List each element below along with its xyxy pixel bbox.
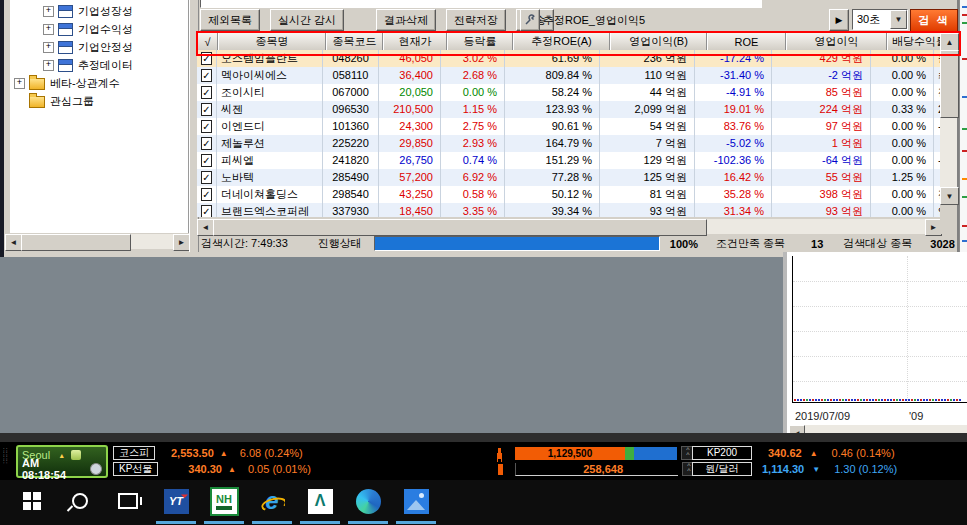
- taskbar-edge-button[interactable]: [346, 480, 390, 522]
- chart-plot-area: [787, 256, 967, 406]
- checkbox-checked-icon[interactable]: ✓: [201, 120, 211, 133]
- chart-data-mark: [803, 399, 805, 401]
- play-button[interactable]: ▶: [829, 9, 849, 31]
- edge-quote-mark: [962, 6, 967, 8]
- cell-rate: 6.92 %: [441, 169, 505, 186]
- column-header-0[interactable]: √: [197, 33, 218, 50]
- checkbox-checked-icon[interactable]: ✓: [201, 86, 211, 99]
- vscroll-up-icon[interactable]: ▲: [940, 33, 959, 51]
- sidebar-item-4[interactable]: +베타-상관계수: [14, 75, 120, 92]
- column-header-1[interactable]: 종목명: [218, 33, 326, 50]
- toolbar-button-1[interactable]: 실시간 감시: [270, 9, 344, 31]
- edge-quote-mark: [962, 58, 967, 60]
- chart-data-mark: [956, 399, 958, 401]
- chart-data-mark: [917, 399, 919, 401]
- hscroll-left-icon[interactable]: ◄: [197, 219, 214, 236]
- taskbar-task-view-button[interactable]: [106, 480, 150, 522]
- cell-roe: 35.28 %: [695, 186, 772, 203]
- sidebar-item-0[interactable]: +기업성장성: [43, 3, 133, 20]
- checkbox-checked-icon[interactable]: ✓: [201, 188, 211, 201]
- cell-code: 096530: [323, 101, 379, 118]
- search-button[interactable]: 검 색: [910, 9, 958, 32]
- checkbox-checked-icon[interactable]: ✓: [201, 205, 211, 217]
- taskbar-lambda-app-button[interactable]: Λ: [298, 480, 342, 522]
- tree-hscroll-right-icon[interactable]: ►: [173, 234, 190, 251]
- sidebar-item-1[interactable]: +기업수익성: [43, 21, 133, 38]
- tree-hscrollbar[interactable]: ◄ ►: [5, 234, 188, 249]
- toolbar-button-2[interactable]: 결과삭제: [376, 9, 436, 31]
- chart-data-mark: [806, 399, 808, 401]
- table-row[interactable]: ✓제놀루션22522029,8502.93 %164.79 %7 억원-5.02…: [197, 135, 940, 152]
- taskbar-nh-app-button[interactable]: NH: [202, 480, 246, 522]
- cell-div: 0.00 %: [871, 135, 934, 152]
- ticker-grip-handle[interactable]: ∷∷∷∷: [3, 448, 9, 472]
- column-header-6[interactable]: 영업이익(B): [610, 33, 707, 50]
- checkbox-checked-icon[interactable]: ✓: [201, 52, 211, 65]
- chevron-down-icon[interactable]: ▼: [890, 10, 907, 29]
- table-row[interactable]: ✓피씨엘24182026,7500.74 %151.29 %129 억원-102…: [197, 152, 940, 169]
- expand-plus-icon[interactable]: +: [43, 24, 54, 35]
- taskbar-ie-button[interactable]: e: [250, 480, 294, 522]
- vscroll-thumb[interactable]: [940, 50, 959, 118]
- checkbox-checked-icon[interactable]: ✓: [201, 171, 211, 184]
- chart-data-mark: [875, 399, 877, 401]
- table-hscrollbar[interactable]: ◄ ►: [197, 219, 940, 234]
- toolbar-button-0[interactable]: 제외목록: [200, 9, 260, 31]
- sidebar-item-2[interactable]: +기업안정성: [43, 39, 133, 56]
- expand-plus-icon[interactable]: +: [43, 60, 54, 71]
- taskbar-start-button[interactable]: [10, 480, 54, 522]
- chart-x-label-tick: '09: [909, 410, 923, 422]
- price-gauge-row: 1,129,500 ^^: [498, 446, 695, 460]
- column-header-4[interactable]: 등락률: [447, 33, 513, 50]
- row-checkbox-cell: ✓: [197, 186, 217, 203]
- sidebar-item-label: 관심그룹: [50, 94, 94, 109]
- cell-roeA: 151.29 %: [505, 152, 600, 169]
- vscroll-down-icon[interactable]: ▼: [940, 187, 959, 205]
- checkbox-checked-icon[interactable]: ✓: [201, 69, 211, 82]
- chart-data-mark: [884, 399, 886, 401]
- table-row[interactable]: ✓오스템임플란트04826046,0503.02 %61.69 %236 억원-…: [197, 50, 940, 67]
- column-header-5[interactable]: 추정ROE(A): [513, 33, 610, 50]
- column-header-7[interactable]: ROE: [707, 33, 786, 50]
- edge-quote-mark: [962, 178, 967, 180]
- table-row[interactable]: ✓브랜드엑스코퍼레33793018,4503.35 %39.34 %93 억원3…: [197, 203, 940, 217]
- table-row[interactable]: ✓씨젠096530210,5001.15 %123.93 %2,099 억원19…: [197, 101, 940, 118]
- chart-data-mark: [908, 399, 910, 401]
- world-clock-widget[interactable]: Seoul ▲ AM 08:18:54: [16, 445, 108, 478]
- table-vscrollbar[interactable]: ▲ ▼: [940, 33, 957, 203]
- top-clipped-field[interactable]: [200, 0, 762, 8]
- expand-plus-icon[interactable]: +: [43, 42, 54, 53]
- table-row[interactable]: ✓멕아이씨에스05811036,4002.68 %809.84 %110 억원-…: [197, 67, 940, 84]
- column-header-8[interactable]: 영업이익: [786, 33, 887, 50]
- expand-plus-icon[interactable]: +: [14, 78, 25, 89]
- hscroll-thumb[interactable]: [213, 219, 707, 236]
- table-row[interactable]: ✓조이시티06700020,0500.00 %58.24 %44 억원-4.91…: [197, 84, 940, 101]
- cell-op: 1 억원: [772, 135, 871, 152]
- checkbox-checked-icon[interactable]: ✓: [201, 154, 211, 167]
- edge-quote-mark: [962, 240, 967, 242]
- chart-hgridline: [793, 331, 967, 332]
- toolbar-button-3[interactable]: 전략저장: [446, 9, 506, 31]
- table-row[interactable]: ✓노바텍28549057,2006.92 %77.28 %125 억원16.42…: [197, 169, 940, 186]
- taskbar-photos-button[interactable]: [394, 480, 438, 522]
- tree-hscroll-thumb[interactable]: [21, 234, 131, 251]
- table-row[interactable]: ✓이엔드디10136024,3002.75 %90.61 %54 억원83.76…: [197, 118, 940, 135]
- column-header-3[interactable]: 현재가: [383, 33, 447, 50]
- chart-data-mark: [920, 399, 922, 401]
- kpfutures-row: KP선물 340.30 ▲ 0.05 (0.01%): [113, 462, 311, 476]
- expand-plus-icon[interactable]: +: [43, 6, 54, 17]
- search-status-bar: 검색시간: 7:49:33 진행상태 100% 조건만족 종목 13 검색대상 …: [197, 235, 959, 252]
- interval-combobox[interactable]: 30초 ▼: [852, 9, 908, 30]
- chart-hgridline: [793, 281, 967, 282]
- settings-wrench-button[interactable]: [520, 9, 540, 31]
- taskbar-search-button[interactable]: [58, 480, 102, 522]
- table-row[interactable]: ✓더네이쳐홀딩스29854043,2500.58 %50.12 %81 억원35…: [197, 186, 940, 203]
- checkbox-checked-icon[interactable]: ✓: [201, 137, 211, 150]
- chart-data-mark: [821, 399, 823, 401]
- sidebar-item-5[interactable]: 관심그룹: [14, 93, 94, 110]
- tree-hscroll-left-icon[interactable]: ◄: [5, 234, 22, 251]
- taskbar-yt-app-button[interactable]: YT: [154, 480, 198, 522]
- checkbox-checked-icon[interactable]: ✓: [201, 103, 211, 116]
- sidebar-item-3[interactable]: +추정데이터: [43, 57, 133, 74]
- column-header-2[interactable]: 종목코드: [326, 33, 383, 50]
